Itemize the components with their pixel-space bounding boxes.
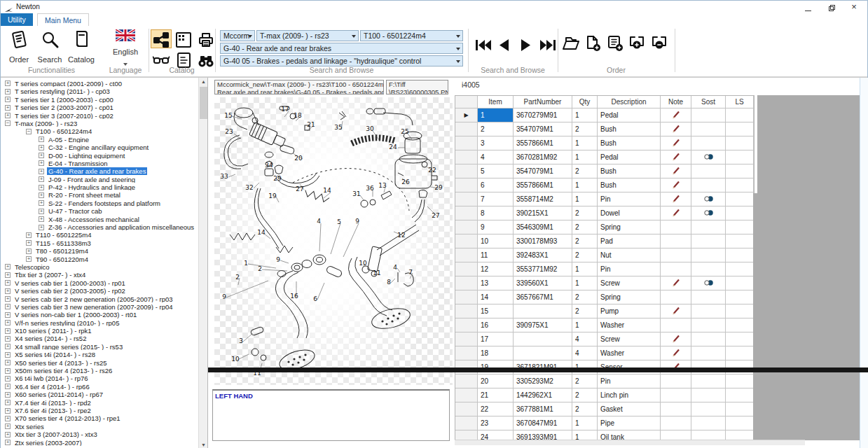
tree-expander-icon[interactable]: +	[5, 264, 11, 270]
cell-qty[interactable]: 4	[572, 346, 598, 360]
tree-expander-icon[interactable]: +	[26, 240, 32, 246]
tree-item[interactable]: +V series cab tier 3 new generation (200…	[1, 302, 198, 310]
cell-partnumber[interactable]: 392483X1	[514, 248, 572, 262]
tree-item-label[interactable]: X7.6 tier 4i (2013- ) - rpe2	[13, 407, 92, 414]
tree-item[interactable]: +X10 series ( 2011- ) - rpk1	[1, 326, 198, 334]
tree-expander-icon[interactable]: +	[26, 256, 32, 262]
tree-expander-icon[interactable]: +	[39, 176, 44, 182]
tree-item[interactable]: +A-05 - Engine	[1, 135, 198, 143]
cell-partnumber[interactable]: 3670279M91	[514, 108, 572, 122]
cell-ls[interactable]	[726, 388, 754, 402]
tree-item[interactable]: +X7.6 tier 4i (2013- ) - rpe2	[1, 406, 198, 414]
cell-sost[interactable]	[691, 220, 726, 234]
callout-number[interactable]: 20	[294, 155, 302, 162]
tree-item-label[interactable]: T series tier 3 (2007-2010) - cp02	[13, 112, 115, 119]
cell-description[interactable]: Bush	[598, 164, 661, 178]
tree-item-label[interactable]: R-20 - Front sheet metal	[47, 191, 122, 198]
cell-ls[interactable]	[726, 332, 754, 346]
tree-item[interactable]: +T series tier 3 (2007-2010) - cp02	[1, 111, 198, 119]
open-order-button[interactable]	[561, 34, 582, 55]
cell-item[interactable]: 23	[478, 416, 514, 430]
table-row[interactable]: ▶ 2 3547079M1 2 Bush	[455, 122, 754, 136]
note-pen-icon[interactable]	[671, 305, 681, 315]
cell-item[interactable]: 7	[478, 192, 514, 206]
cell-description[interactable]: Screw	[598, 276, 661, 290]
cell-description[interactable]: Linch pin	[598, 388, 661, 402]
callout-number[interactable]: 18	[294, 112, 301, 119]
scroll-down-icon[interactable]: ▼	[199, 441, 208, 448]
tree-item-label[interactable]: Telescopico	[13, 263, 51, 270]
cell-sost[interactable]	[691, 346, 726, 360]
tree-expander-icon[interactable]: +	[5, 97, 11, 102]
table-row[interactable]: ▶ 11 392483X1 2 Nut	[455, 248, 754, 262]
callout-number[interactable]: 12	[397, 232, 405, 239]
table-row[interactable]: ▶ 17 4 Screw	[455, 332, 754, 346]
callout-number[interactable]: 21	[307, 121, 315, 128]
cell-ls[interactable]	[726, 108, 754, 122]
drawing-combobox[interactable]: G-40 05 - Brakes - pedals and linkage - …	[220, 55, 463, 66]
order-button[interactable]: Order	[4, 29, 34, 64]
cell-description[interactable]: Bush	[598, 178, 661, 192]
tree-item-label[interactable]: X-48 - Accessories mechanical	[47, 216, 141, 223]
cell-note[interactable]	[661, 332, 691, 346]
tree-item[interactable]: +T series tier 2 (2003-2007) - cp01	[1, 103, 198, 111]
note-pen-icon[interactable]	[671, 179, 681, 189]
tree-expander-icon[interactable]: +	[5, 304, 11, 309]
cell-item[interactable]: 10	[478, 234, 514, 248]
cell-qty[interactable]: 2	[572, 164, 598, 178]
tree-item-label[interactable]: X70 series tier 4 (2012-2013) - rpe1	[13, 414, 122, 421]
cell-partnumber[interactable]	[514, 332, 572, 346]
cell-partnumber[interactable]: 3547079M1	[514, 122, 572, 136]
table-row[interactable]: ▶ 13 339560X1 1 Screw	[455, 276, 754, 290]
tree-expander-icon[interactable]: +	[5, 288, 11, 294]
tree-item[interactable]: +U-47 - Tractor cab	[1, 206, 198, 214]
substitution-icon[interactable]	[703, 153, 714, 160]
restore-button[interactable]	[821, 1, 842, 13]
tree-item-label[interactable]: X4 small range series (2015- ) - rs53	[13, 343, 124, 350]
tree-item-label[interactable]: T-max (2009- ) - rs23	[13, 120, 78, 127]
note-pen-icon[interactable]	[671, 151, 681, 161]
cell-note[interactable]	[661, 276, 691, 290]
cell-note[interactable]	[661, 136, 691, 150]
tree-expander-icon[interactable]: +	[5, 336, 11, 342]
tree-expander-icon[interactable]: +	[39, 169, 44, 174]
cell-description[interactable]: Pin	[598, 374, 661, 388]
note-pen-icon[interactable]	[671, 109, 681, 119]
table-row[interactable]: ▶ 1 3670279M91 1 Pedal	[455, 108, 754, 122]
cell-qty[interactable]: 2	[572, 388, 598, 402]
table-row[interactable]: ▶ 16 390975X1 1 Washer	[455, 318, 754, 332]
cell-sost[interactable]	[691, 150, 726, 164]
tab-main-menu[interactable]: Main Menu	[37, 13, 89, 26]
note-pen-icon[interactable]	[671, 207, 681, 217]
tree-item-label[interactable]: T80 - 6501219m4	[34, 247, 90, 254]
cell-ls[interactable]	[726, 346, 754, 360]
cell-ls[interactable]	[726, 136, 754, 150]
tree-item-label[interactable]: T110 - 6501225m4	[34, 231, 93, 238]
cell-qty[interactable]: 1	[572, 416, 598, 430]
tree-item-label[interactable]: V series cab tier 2 (2003-2005) - rp02	[13, 287, 127, 294]
tab-utility[interactable]: Utility	[1, 13, 33, 26]
cell-item[interactable]: 20	[478, 374, 514, 388]
cell-partnumber[interactable]: 1442962X1	[514, 388, 572, 402]
tree-item-label[interactable]: X50 series tier 4 (2013- ) - rs25	[13, 359, 108, 366]
tree-item[interactable]: +Xtx series	[1, 422, 198, 430]
tree-item-label[interactable]: X5 series t4i (2014- ) - rs28	[13, 351, 97, 358]
cell-item[interactable]: 12	[478, 262, 514, 276]
cell-qty[interactable]: 2	[572, 248, 598, 262]
table-row[interactable]: ▶ 22 3677881M1 2 Gasket	[455, 402, 754, 416]
table-row[interactable]: ▶ 21 1442962X1 2 Linch pin	[455, 388, 754, 402]
tree-item-label[interactable]: T100 - 6501224m4	[34, 127, 93, 134]
cell-description[interactable]: Screw	[598, 332, 661, 346]
cell-description[interactable]: Spring	[598, 290, 661, 304]
tree-item-label[interactable]: T series tier 2 (2003-2007) - cp01	[13, 104, 115, 111]
tree-item[interactable]: +D-00 - Lighting equipment	[1, 151, 198, 159]
callout-number[interactable]: 9	[276, 256, 280, 263]
cell-qty[interactable]: 4	[572, 332, 598, 346]
callout-number[interactable]: 27	[432, 212, 439, 219]
tree-item[interactable]: −T100 - 6501224m4	[1, 127, 198, 134]
callout-number[interactable]: 3	[239, 337, 243, 344]
cell-ls[interactable]	[726, 290, 754, 304]
cell-item[interactable]: 9	[478, 220, 514, 234]
tree-item[interactable]: +E-04 - Transmission	[1, 159, 198, 167]
cell-item[interactable]: 1	[478, 108, 514, 122]
